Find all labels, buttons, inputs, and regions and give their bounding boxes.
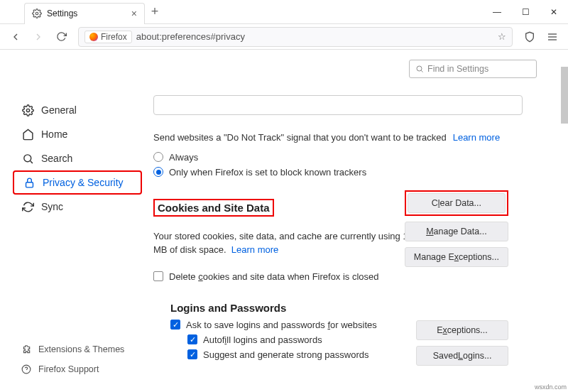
tab-title: Settings	[47, 9, 131, 18]
dnt-always-radio[interactable]: Always	[153, 152, 540, 163]
new-tab-button[interactable]: +	[145, 4, 165, 19]
svg-rect-7	[26, 182, 33, 187]
window-close[interactable]: ✕	[540, 0, 568, 24]
sidebar-support-link[interactable]: Firefox Support	[16, 359, 142, 379]
dnt-description: Send websites a "Do Not Track" signal th…	[153, 132, 447, 143]
firefox-icon	[89, 33, 98, 41]
gear-icon	[32, 9, 42, 18]
settings-main: Find in Settings Send websites a "Do Not…	[142, 50, 568, 392]
shield-icon[interactable]	[520, 27, 540, 47]
sidebar-item-search[interactable]: Search	[16, 146, 142, 170]
sidebar-item-home[interactable]: Home	[16, 122, 142, 146]
radio-checked-icon	[153, 167, 163, 177]
sync-icon	[21, 200, 34, 213]
search-icon	[21, 152, 34, 165]
settings-sidebar: General Home Search Privacy & Security S…	[0, 50, 142, 392]
sidebar-item-sync[interactable]: Sync	[16, 195, 142, 219]
saved-logins-button[interactable]: Saved Logins...	[416, 346, 508, 366]
window-maximize[interactable]: ☐	[511, 0, 540, 24]
manage-data-button[interactable]: Manage Data...	[405, 222, 508, 241]
checkbox-checked-icon: ✓	[170, 320, 180, 330]
sidebar-item-privacy[interactable]: Privacy & Security	[13, 170, 142, 195]
checkbox-checked-icon: ✓	[187, 334, 197, 344]
svg-point-4	[26, 109, 29, 111]
logins-section-title: Logins and Passwords	[170, 302, 540, 314]
scrollbar-thumb[interactable]	[561, 67, 568, 124]
cookies-learn-more-link[interactable]: Learn more	[231, 244, 278, 255]
cookies-description: Your stored cookies, site data, and cach…	[153, 231, 421, 256]
close-tab-icon[interactable]: ×	[131, 8, 137, 19]
puzzle-icon	[21, 344, 33, 354]
window-minimize[interactable]: —	[483, 0, 511, 24]
url-text: about:preferences#privacy	[136, 31, 245, 42]
bookmark-star-icon[interactable]: ☆	[498, 31, 506, 42]
watermark-text: wsxdn.com	[535, 383, 567, 391]
app-menu-button[interactable]	[542, 27, 562, 47]
sidebar-item-general[interactable]: General	[16, 98, 142, 122]
find-in-settings-input[interactable]: Find in Settings	[409, 60, 537, 78]
checkbox-checked-icon: ✓	[187, 349, 197, 359]
radio-unchecked-icon	[153, 152, 163, 162]
dnt-onlywhen-radio[interactable]: Only when Firefox is set to block known …	[153, 167, 540, 178]
browser-tab[interactable]: Settings ×	[24, 3, 145, 24]
svg-point-10	[417, 66, 422, 71]
manage-exceptions-button[interactable]: Manage Exceptions...	[405, 247, 508, 267]
svg-point-0	[36, 12, 38, 15]
sidebar-extensions-link[interactable]: Extensions & Themes	[16, 339, 142, 359]
back-button[interactable]	[6, 27, 26, 47]
svg-point-5	[23, 154, 31, 161]
exceptions-field-placeholder[interactable]	[153, 95, 523, 115]
address-bar[interactable]: Firefox about:preferences#privacy ☆	[78, 27, 513, 47]
lock-icon	[23, 176, 36, 189]
svg-line-11	[421, 70, 422, 72]
svg-line-6	[30, 160, 32, 163]
help-icon	[21, 364, 33, 374]
forward-button[interactable]	[28, 27, 48, 47]
window-titlebar: Settings × + — ☐ ✕	[0, 0, 568, 24]
cookies-section-title: Cookies and Site Data	[153, 199, 274, 217]
browser-toolbar: Firefox about:preferences#privacy ☆	[0, 24, 568, 50]
gear-icon	[21, 104, 34, 116]
clear-data-button[interactable]: Clear Data...	[408, 193, 506, 213]
clear-data-highlight: Clear Data...	[405, 190, 508, 216]
checkbox-unchecked-icon	[153, 271, 163, 281]
delete-cookies-on-close-checkbox[interactable]: Delete cookies and site data when Firefo…	[153, 271, 540, 282]
logins-exceptions-button[interactable]: Exceptions...	[416, 320, 508, 340]
home-icon	[21, 128, 34, 141]
firefox-badge: Firefox	[84, 31, 132, 43]
reload-button[interactable]	[51, 27, 71, 47]
dnt-learn-more-link[interactable]: Learn more	[453, 132, 500, 143]
